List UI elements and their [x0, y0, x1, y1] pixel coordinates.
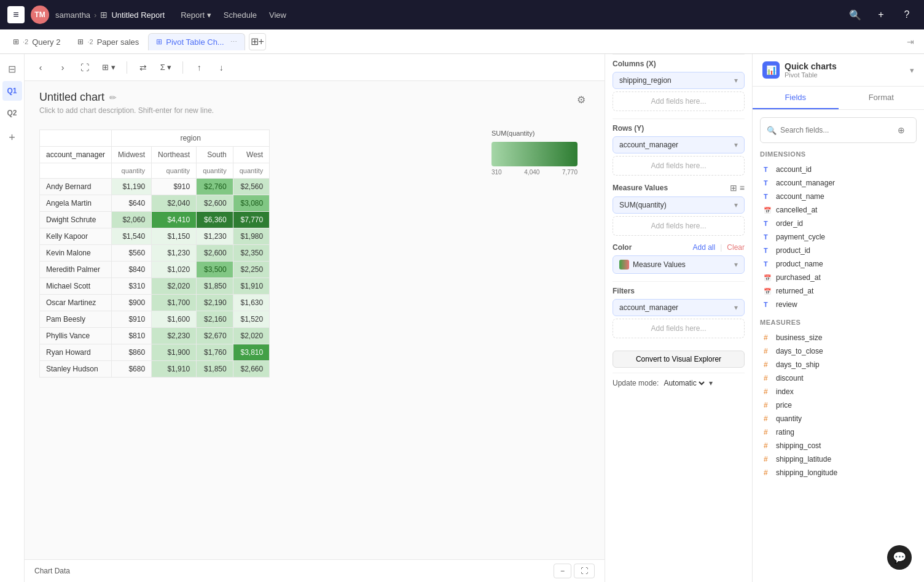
convert-visual-button[interactable]: Convert to Visual Explorer	[613, 351, 745, 368]
dimension-field-item[interactable]: 📅returned_at	[760, 284, 917, 298]
dimension-field-item[interactable]: 📅cancelled_at	[760, 203, 917, 217]
help-button[interactable]: ?	[897, 5, 917, 25]
search-button[interactable]: 🔍	[845, 5, 865, 25]
update-mode-label: Update mode:	[613, 379, 659, 387]
row-label-cell: Meredith Palmer	[40, 262, 112, 278]
measure-add-area[interactable]: Add fields here...	[613, 216, 745, 236]
back-button[interactable]: ‹	[32, 59, 49, 76]
measure-field-item[interactable]: #days_to_close	[760, 344, 917, 358]
tab-fields[interactable]: Fields	[753, 87, 839, 109]
add-tab-icon: ⊞+	[251, 36, 264, 47]
sort-asc-button[interactable]: ↑	[190, 59, 208, 76]
forward-button[interactable]: ›	[54, 59, 71, 76]
chat-bubble[interactable]: 💬	[887, 545, 912, 570]
minimize-button[interactable]: −	[554, 564, 571, 578]
tab-close-icon[interactable]: ⋯	[230, 38, 237, 46]
update-mode-select[interactable]: Automatic Manual	[661, 378, 707, 388]
field-name: cancelled_at	[776, 206, 817, 214]
sidebar-q2-icon[interactable]: Q2	[2, 103, 22, 123]
config-color-section: Color Add all | Clear Measure Values ▾	[613, 243, 745, 274]
user-avatar[interactable]: TM	[31, 6, 49, 24]
field-name: quantity	[776, 414, 802, 423]
color-field-pill[interactable]: Measure Values ▾	[613, 255, 745, 274]
sidebar-add-icon[interactable]: +	[2, 128, 22, 147]
chart-title: Untitled chart ✏	[39, 91, 214, 104]
data-cell: $1,150	[152, 228, 197, 245]
measure-field-item[interactable]: #shipping_latitude	[760, 452, 917, 466]
quick-charts-chevron-icon[interactable]: ▾	[910, 66, 914, 75]
add-button[interactable]: +	[871, 5, 891, 25]
field-name: order_id	[776, 219, 803, 228]
mini-chart: SUM(quantity) 310 4,040 7,770	[491, 130, 590, 176]
search-fields-input[interactable]	[780, 126, 889, 134]
logo-icon: ≡	[13, 9, 18, 20]
data-cell: $4,410	[152, 212, 197, 228]
field-config-button[interactable]: ⊕	[893, 122, 910, 139]
measure-field-item[interactable]: #business_size	[760, 331, 917, 344]
row-label-cell: Ryan Howard	[40, 344, 112, 361]
rows-header: Rows (Y)	[613, 118, 745, 133]
fullscreen-button[interactable]: ⛶	[574, 564, 595, 578]
sidebar-panels-icon[interactable]: ⊟	[2, 59, 22, 79]
mini-chart-title: SUM(quantity)	[491, 130, 590, 137]
measure-field-item[interactable]: #quantity	[760, 412, 917, 425]
color-label: Color	[613, 243, 632, 252]
measure-field-pill[interactable]: SUM(quantity) ▾	[613, 196, 745, 214]
transform-button[interactable]: ⇄	[135, 59, 152, 76]
measure-field-item[interactable]: #days_to_ship	[760, 358, 917, 371]
rows-add-area[interactable]: Add fields here...	[613, 156, 745, 176]
color-add-all-button[interactable]: Add all	[692, 243, 715, 252]
columns-add-area[interactable]: Add fields here...	[613, 91, 745, 111]
nav-view[interactable]: View	[264, 8, 291, 22]
expand-tabs-icon[interactable]: ⇥	[907, 37, 919, 47]
measure-field-item[interactable]: #shipping_longitude	[760, 466, 917, 479]
chart-settings-button[interactable]: ⚙	[573, 91, 590, 108]
dimensions-label: Dimensions	[760, 150, 917, 158]
row-label-cell: Angela Martin	[40, 195, 112, 212]
app-logo[interactable]: ≡	[7, 6, 25, 23]
chart-desc[interactable]: Click to add chart description. Shift-en…	[39, 106, 214, 115]
breadcrumb: samantha › ⊞ Untitled Report	[55, 10, 165, 20]
dimension-field-item[interactable]: Tproduct_name	[760, 257, 917, 271]
col-midwest: Midwest	[112, 147, 152, 163]
filters-field-pill[interactable]: account_manager ▾	[613, 299, 745, 316]
sidebar-q1-icon[interactable]: Q1	[2, 81, 22, 101]
tab-paper-sales[interactable]: ⊞ ·2 Paper sales	[69, 33, 147, 50]
dimension-field-item[interactable]: Tproduct_id	[760, 244, 917, 257]
expand-button[interactable]: ⛶	[76, 59, 93, 76]
measure-list-icon[interactable]: ≡	[740, 183, 745, 193]
sort-desc-button[interactable]: ↓	[213, 59, 230, 76]
data-cell: $1,190	[112, 179, 152, 195]
measure-field-item[interactable]: #discount	[760, 371, 917, 385]
dimension-field-item[interactable]: Treview	[760, 298, 917, 311]
dimension-field-item[interactable]: Torder_id	[760, 217, 917, 230]
dimension-field-item[interactable]: Taccount_manager	[760, 176, 917, 190]
add-tab-button[interactable]: ⊞+	[249, 33, 266, 50]
tab-pivot-chart[interactable]: ⊞ Pivot Table Ch... ⋯	[148, 33, 245, 50]
dimension-field-item[interactable]: Taccount_name	[760, 190, 917, 203]
field-name: account_manager	[776, 179, 835, 187]
measure-table-icon[interactable]: ⊞	[730, 183, 737, 193]
dimension-field-item[interactable]: Taccount_id	[760, 163, 917, 176]
dimension-field-item[interactable]: 📅purchased_at	[760, 271, 917, 284]
tab-format[interactable]: Format	[839, 87, 925, 109]
data-cell: $1,020	[152, 262, 197, 278]
measure-field-item[interactable]: #shipping_cost	[760, 439, 917, 452]
edit-title-icon[interactable]: ✏	[109, 93, 117, 103]
filters-add-area[interactable]: Add fields here...	[613, 319, 745, 338]
color-clear-button[interactable]: Clear	[727, 243, 745, 252]
zoom-dropdown[interactable]: ⊞ ▾	[98, 60, 119, 74]
aggregate-dropdown[interactable]: Σ ▾	[157, 60, 176, 74]
table-row: Dwight Schrute$2,060$4,410$6,360$7,770	[40, 212, 270, 228]
columns-field-pill[interactable]: shipping_region ▾	[613, 72, 745, 89]
measure-field-item[interactable]: #rating	[760, 425, 917, 439]
nav-schedule[interactable]: Schedule	[219, 8, 262, 22]
rows-field-pill[interactable]: account_manager ▾	[613, 136, 745, 153]
measure-field-item[interactable]: #price	[760, 398, 917, 412]
tab-query2[interactable]: ⊞ ·2 Query 2	[5, 33, 68, 50]
nav-report[interactable]: Report ▾	[176, 8, 216, 22]
left-sidebar: ⊟ Q1 Q2 +	[0, 54, 25, 582]
dimension-field-item[interactable]: Tpayment_cycle	[760, 230, 917, 244]
topbar: ≡ TM samantha › ⊞ Untitled Report Report…	[0, 0, 924, 29]
measure-field-item[interactable]: #index	[760, 385, 917, 398]
